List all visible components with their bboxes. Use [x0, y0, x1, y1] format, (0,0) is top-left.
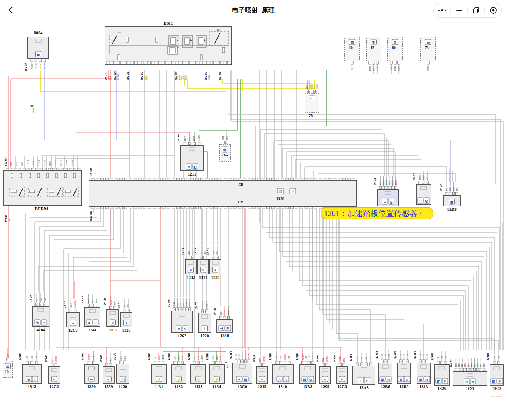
component-4104[interactable]: 1412424125341233V GR✎P4104 — [29, 293, 49, 332]
label: 1 — [175, 363, 175, 364]
component-1262[interactable]: 113H3213813134441345513H2613656V MRM∿126… — [168, 298, 193, 338]
label: ◧ — [193, 165, 197, 169]
component-12D9[interactable]: 112G62JB1431268412G74V MR▣12D9 — [440, 182, 460, 211]
component-1312[interactable]: 1131321354313K13V NR◈P1312 — [19, 351, 42, 389]
component-16--[interactable]: 1949127842▤16-- — [219, 131, 231, 161]
component-1320-ecu[interactable]: CHCM▤Y132070V MR104V MR — [89, 168, 357, 221]
label: ◧ — [492, 379, 495, 383]
restore-icon — [473, 7, 480, 14]
label: 13G3 — [422, 354, 425, 359]
component-12C5[interactable]: 1BCM2A212622V NR≣12C5 — [103, 296, 119, 332]
component-13A3[interactable]: 1142521408314C7413534V NRTP13A3 — [349, 353, 375, 390]
label: 3 — [228, 318, 229, 319]
minimize-button[interactable] — [451, 3, 467, 17]
component-1550[interactable]: 115842BCM5315813V NR⊣❄1550 — [213, 306, 232, 338]
record-button[interactable] — [485, 3, 501, 17]
label: 1334 — [288, 356, 290, 360]
component-1356[interactable]: 11368B21358A31358B3V BEP◎1356 — [413, 171, 431, 210]
component-12C2[interactable]: 112D82BCM2C2V NR⌁12C2 — [45, 353, 60, 389]
label: 2V NR — [105, 73, 107, 80]
component-1313[interactable]: 11313213G3313123V NR⊠N1313 — [414, 350, 430, 389]
label: T — [360, 379, 362, 383]
component-10--[interactable]: 11004▤10-- — [3, 348, 13, 378]
label: 60V JN — [126, 72, 129, 80]
label: 2V MR — [253, 355, 256, 362]
component-1559[interactable]: 1BCM4C241212V NR⌁1559 — [100, 353, 114, 389]
label: 1 — [106, 365, 107, 366]
component-1211[interactable]: 11404A21201C31404A4MC12E6V JNM◧1211 — [177, 132, 203, 176]
component-12B9[interactable]: 113F6213F7313F53V GR⊠N12B9 — [394, 350, 411, 389]
label: 2 — [306, 363, 306, 364]
component-1132[interactable]: 111522M11323BCM1B3V NR⚡1132 — [168, 351, 186, 389]
component-1380[interactable]: 1BCM4A219792V NR≋1380 — [81, 351, 98, 389]
label: 1354 — [31, 356, 33, 360]
label: ▼ — [213, 268, 217, 272]
component-80--[interactable]: 8992D8992B8994D⚙80-- — [388, 37, 402, 74]
label: BCM1D — [219, 354, 222, 360]
component-0004[interactable]: M00049004C9039CZB19G16V BA◉0004 — [24, 31, 49, 71]
component-1341[interactable]: 11447214H9314H63V NR◈P1341 — [81, 294, 100, 332]
label: 1 — [220, 318, 221, 319]
component-73--[interactable]: 7399C▭73-- — [421, 37, 435, 74]
component-1333[interactable]: 11213213332V NR▼1333 — [117, 299, 132, 333]
terminal-pin — [179, 61, 182, 64]
label: 2 — [423, 183, 424, 184]
label: 3 — [427, 183, 428, 184]
label: 2V VE — [195, 301, 198, 309]
label: 1 — [70, 310, 71, 312]
component-13B8[interactable]: 1BCM3A21348313H5413L04V NR▤⊕13B8 — [296, 351, 316, 389]
label: ▣ — [450, 200, 454, 204]
back-button[interactable] — [4, 4, 17, 16]
label: 1 — [155, 363, 155, 364]
highlight-tooltip[interactable]: 1261：加速踏板位置传感器 / — [321, 207, 433, 219]
label: 1333 — [127, 304, 129, 308]
tooltip-text: 1261：加速踏板位置传感器 / — [324, 209, 421, 218]
label: 2V NR — [100, 355, 102, 362]
label: 4 — [245, 361, 246, 363]
component-1215[interactable]: 112222BCM3D2V MR⌁1215 — [253, 353, 268, 389]
label: BCM3E — [326, 356, 328, 362]
component-label: 13A3 — [359, 386, 369, 390]
label: 8 — [477, 370, 478, 371]
label: 60V BE — [140, 71, 143, 80]
component-1310[interactable]: 11333213583BCM3B413344V NR△∿1310 — [269, 351, 293, 389]
component-13C0[interactable]: 113L6213L531261413L75BCM3C6V NR+▤13C0 — [229, 350, 252, 389]
component-12B6[interactable]: 11352213F8313563V GR⊠N12B6 — [375, 350, 392, 389]
restore-button[interactable] — [468, 3, 484, 17]
component-15--[interactable]: 1540C1599C1599B❄15-- — [366, 37, 381, 74]
label: 14C2 — [464, 363, 466, 367]
component-10--[interactable]: 9049▥10-- — [345, 37, 359, 74]
label: 2 — [459, 370, 460, 371]
component-12C0[interactable]: 1BCM1E212002V GR⌁12C0 — [333, 353, 348, 389]
label: 2 — [189, 144, 190, 145]
diagram-canvas[interactable]: MC51AMC07M001BSI1+12V+12VBFRM64V NR0088B… — [0, 20, 507, 420]
component-BSI1[interactable]: BSI1+12V+12V — [105, 21, 232, 65]
label: 1 — [276, 363, 277, 364]
label: 5 — [248, 361, 249, 363]
component-1325[interactable]: 1143121209314293V GR◧P1325 — [431, 351, 449, 391]
more-options-button[interactable] — [434, 3, 450, 17]
label: ▤ — [303, 377, 306, 381]
label: 1 — [382, 361, 382, 363]
label: 14H6 — [95, 299, 97, 303]
label: 4 — [199, 144, 199, 145]
component-1134[interactable]: 111542M11343BCM1D3V NR⚡1134 — [206, 351, 224, 389]
component-1131[interactable]: 111512BCM1A3M11313V NR⚡1131 — [148, 351, 167, 389]
label: 14C1 — [461, 363, 463, 367]
label: 2 — [198, 363, 199, 364]
component-1120[interactable]: 113J1213J22V VE◫1120 — [113, 351, 129, 389]
terminal-pin — [183, 61, 185, 64]
component-78--[interactable]: 17842J29000H39001H49000B59001BESP78-- — [305, 80, 319, 118]
component-12C3[interactable]: 112E22BCM2B2V NR⌁12C3 — [63, 299, 79, 333]
component-1123[interactable]: 1145821488314C1414C2514C3614C4714D3814C6… — [450, 358, 487, 391]
component-1220[interactable]: 11357213662V VE⊥1220 — [195, 300, 211, 338]
component-label: 1133 — [194, 384, 203, 389]
component-label: 1332 — [187, 275, 195, 280]
label: 3 — [427, 361, 427, 363]
component-1133[interactable]: 111532BCM1C3M11333V NR⚡1133 — [188, 351, 206, 389]
label: 4124 — [36, 298, 38, 302]
label: 1368B — [419, 174, 421, 180]
component-1295[interactable]: 112542BCM3E2V NR⌁1295 — [316, 353, 331, 389]
component-13C8[interactable]: 113M3213M42V NR◧P13C8 — [487, 351, 503, 391]
label: 1 — [420, 183, 420, 184]
